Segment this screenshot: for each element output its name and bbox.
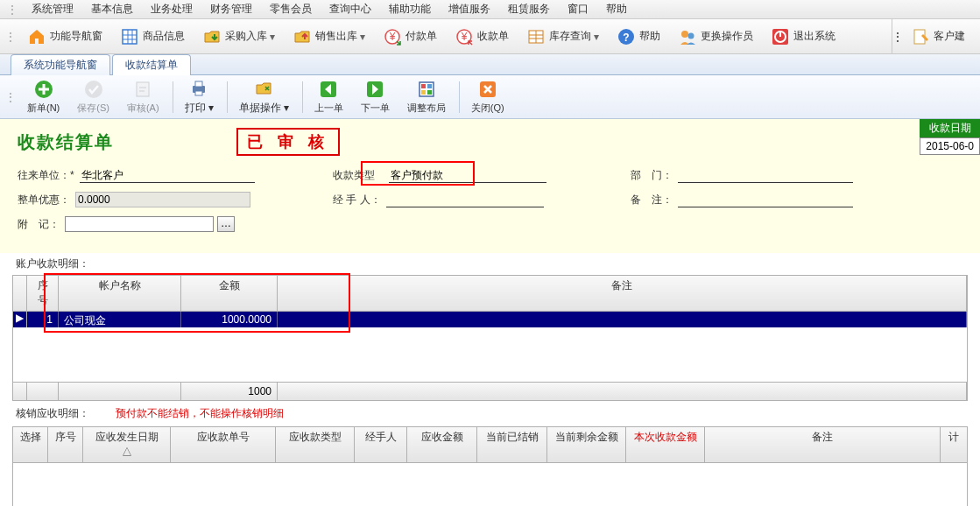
row-indicator[interactable]: ▶	[13, 312, 27, 327]
attach-browse-button[interactable]: …	[217, 216, 235, 232]
col-handler2[interactable]: 经手人	[355, 427, 407, 462]
purchase-in-button[interactable]: 采购入库 ▾	[194, 25, 283, 49]
col-remaining[interactable]: 当前剩余金额	[547, 427, 626, 462]
doc-ops-label: 单据操作 ▾	[239, 101, 289, 116]
separator	[173, 81, 173, 113]
customer-create-label: 客户建	[934, 29, 965, 44]
menu-item[interactable]: 帮助	[597, 2, 636, 17]
discount-label: 整单优惠：	[18, 193, 70, 207]
separator	[459, 81, 460, 113]
separator	[302, 81, 303, 113]
next-icon	[364, 79, 385, 100]
menu-item[interactable]: 基本信息	[82, 2, 142, 17]
users-icon	[678, 27, 697, 46]
receipt-button[interactable]: ¥ 收款单	[447, 25, 517, 49]
account-grid: 序号 帐户名称 金额 备注 ▶ 1 公司现金 1000.0000 1000	[12, 275, 968, 401]
switch-user-button[interactable]: 更换操作员	[670, 25, 761, 49]
cell-amount[interactable]: 1000.0000	[181, 312, 278, 327]
save-button: 保存(S)	[69, 76, 117, 117]
close-label: 关闭(Q)	[471, 102, 504, 115]
col-amount[interactable]: 金额	[181, 276, 278, 311]
type-input[interactable]	[389, 168, 546, 183]
table-row[interactable]: ▶ 1 公司现金 1000.0000	[13, 312, 967, 327]
type-label: 收款类型	[333, 168, 375, 183]
payment-button[interactable]: ¥ 付款单	[375, 25, 445, 49]
save-label: 保存(S)	[77, 102, 109, 115]
audit-button: 审核(A)	[119, 76, 167, 117]
row-indicator-footer	[13, 383, 27, 400]
col-settled[interactable]: 当前已结销	[477, 427, 547, 462]
exit-button[interactable]: 退出系统	[763, 25, 843, 49]
grid-body[interactable]: ▶ 1 公司现金 1000.0000	[13, 312, 967, 382]
dept-input[interactable]	[678, 168, 853, 183]
dropdown-icon: ▾	[594, 31, 599, 43]
menu-item[interactable]: 业务处理	[142, 2, 201, 17]
dropdown-icon: ▾	[270, 31, 275, 43]
unit-input[interactable]	[80, 168, 255, 183]
col-recv-amount[interactable]: 应收金额	[407, 427, 477, 462]
tab-receipt-settlement[interactable]: 收款结算单	[112, 54, 191, 75]
col-remark[interactable]: 备注	[278, 276, 967, 311]
menubar-grip-icon[interactable]: ⋮	[7, 4, 18, 16]
menu-item[interactable]: 零售会员	[261, 2, 321, 17]
col-select[interactable]: 选择	[13, 427, 48, 462]
cell-account-name[interactable]: 公司现金	[59, 312, 181, 327]
stock-query-button[interactable]: 库存查询 ▾	[518, 25, 607, 49]
col-this-receipt[interactable]: 本次收款金额	[626, 427, 705, 462]
prev-icon	[318, 79, 339, 100]
col-recv-date[interactable]: 应收发生日期 △	[83, 427, 171, 462]
col-recv-type[interactable]: 应收款类型	[276, 427, 355, 462]
menu-item[interactable]: 查询中心	[321, 2, 380, 17]
svg-text:?: ?	[623, 32, 629, 44]
help-button[interactable]: ? 帮助	[609, 25, 668, 49]
toolbar-grip-icon[interactable]: ⋮	[5, 91, 16, 103]
purchase-in-label: 采购入库	[225, 29, 267, 44]
col-remark2[interactable]: 备注	[705, 427, 941, 462]
svg-point-15	[681, 31, 688, 38]
next-doc-button[interactable]: 下一单	[353, 76, 398, 117]
col-seq[interactable]: 序号	[27, 276, 59, 311]
menu-item[interactable]: 辅助功能	[380, 2, 440, 17]
col-account-name[interactable]: 帐户名称	[59, 276, 181, 311]
dept-label: 部 门：	[631, 168, 673, 183]
attach-input[interactable]	[65, 216, 214, 232]
audit-stamp: 已 审 核	[236, 128, 340, 156]
col-recv-no[interactable]: 应收款单号	[171, 427, 276, 462]
print-icon	[188, 78, 209, 99]
col-seq2[interactable]: 序号	[48, 427, 83, 462]
menu-item[interactable]: 窗口	[559, 2, 597, 17]
edit-icon	[911, 27, 930, 46]
prev-doc-button[interactable]: 上一单	[307, 76, 351, 117]
cell-remark[interactable]	[278, 312, 967, 327]
right-toolbar: ⋮ 客户建	[892, 19, 980, 54]
nav-window-button[interactable]: 功能导航窗	[19, 25, 110, 49]
menu-item[interactable]: 财务管理	[201, 2, 261, 17]
tab-nav-window[interactable]: 系统功能导航窗	[11, 54, 110, 75]
folder-in-icon	[202, 27, 222, 46]
print-button[interactable]: 打印 ▾	[177, 75, 222, 118]
product-info-button[interactable]: 商品信息	[112, 25, 193, 49]
col-calc[interactable]: 计	[941, 427, 967, 462]
money-out-icon: ¥	[383, 27, 402, 46]
customer-create-button[interactable]: 客户建	[903, 25, 973, 49]
date-value[interactable]: 2015-06-0	[920, 137, 980, 155]
ops-icon	[253, 78, 274, 99]
tab-strip: 系统功能导航窗 收款结算单	[0, 54, 980, 75]
toolbar-grip-icon[interactable]: ⋮	[892, 31, 903, 43]
toolbar-grip-icon[interactable]: ⋮	[5, 31, 16, 43]
layout-button[interactable]: 调整布局	[399, 76, 454, 117]
new-doc-button[interactable]: 新单(N)	[19, 76, 67, 117]
cell-seq: 1	[27, 312, 59, 327]
menu-item[interactable]: 增值服务	[440, 2, 499, 17]
handler-input[interactable]	[386, 193, 544, 207]
writeoff-grid-body[interactable]	[12, 463, 968, 506]
audit-label: 审核(A)	[127, 102, 159, 115]
menu-item[interactable]: 租赁服务	[499, 2, 559, 17]
doc-ops-button[interactable]: 单据操作 ▾	[231, 75, 297, 118]
close-button[interactable]: 关闭(Q)	[463, 76, 512, 117]
menu-item[interactable]: 系统管理	[23, 2, 82, 17]
sales-out-button[interactable]: 销售出库 ▾	[285, 25, 373, 49]
next-doc-label: 下一单	[361, 102, 390, 115]
remark-input[interactable]	[678, 193, 853, 207]
date-label: 收款日期	[920, 119, 980, 137]
